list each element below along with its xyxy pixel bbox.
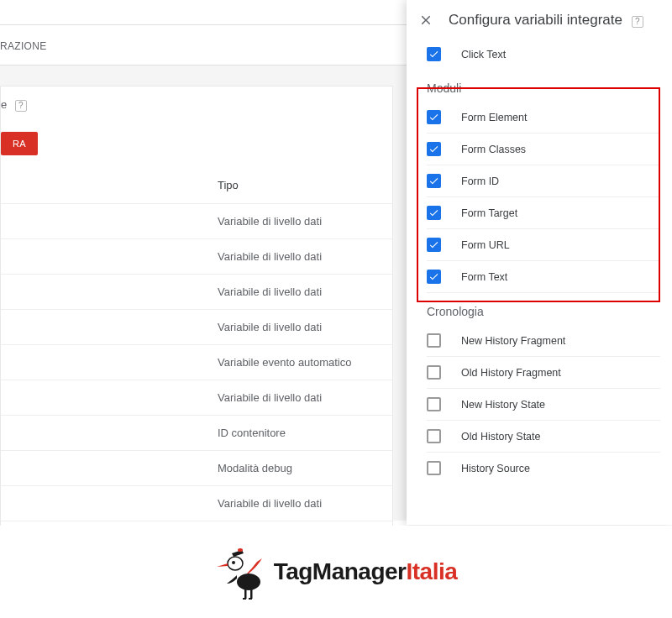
variable-label: Form URL (461, 239, 510, 251)
checkbox[interactable] (427, 47, 441, 61)
variable-item-0-0: Form Element (427, 102, 660, 134)
checkbox[interactable] (427, 461, 441, 475)
checkbox[interactable] (427, 238, 441, 252)
table-row[interactable]: Variabile di livello dati (1, 310, 392, 345)
table-row[interactable]: Modalità debug (1, 451, 392, 486)
nav-tab-fragment: RAZIONE (0, 25, 407, 65)
variable-label: Click Text (461, 49, 506, 60)
checkbox[interactable] (427, 365, 441, 380)
svg-rect-4 (244, 589, 247, 599)
subheader-text: e (1, 98, 7, 111)
variable-item-0-3: Form Target (427, 197, 660, 229)
table-row[interactable]: Variabile di livello dati (1, 275, 392, 310)
panel-header: Configura variabili integrate ? (407, 0, 672, 39)
checkbox[interactable] (427, 110, 441, 124)
tipo-column-header: Tipo (1, 167, 392, 204)
svg-point-1 (228, 557, 243, 570)
variable-item-click-text: Click Text (427, 39, 660, 70)
checkbox[interactable] (427, 397, 441, 411)
table-row[interactable]: Variabile di livello dati (1, 486, 392, 521)
help-icon[interactable]: ? (15, 100, 27, 112)
variable-item-1-3: Old History State (427, 421, 660, 453)
variable-label: Old History State (461, 431, 540, 443)
variable-label: Form ID (461, 175, 499, 187)
variable-label: Form Text (461, 271, 507, 283)
svg-rect-5 (250, 589, 253, 599)
subheader-row: e ? (1, 86, 392, 123)
table-row[interactable]: ID contenitore (1, 416, 392, 451)
checkbox[interactable] (427, 270, 441, 284)
section-title: Moduli (427, 70, 660, 102)
variable-item-1-4: History Source (427, 453, 660, 484)
variable-item-0-2: Form ID (427, 165, 660, 197)
variable-item-0-5: Form Text (427, 261, 660, 293)
table-row[interactable]: Variabile di livello dati (1, 239, 392, 275)
variable-label: Form Element (461, 112, 528, 123)
variable-label: Form Target (461, 207, 517, 219)
configure-button[interactable]: RA (1, 132, 38, 155)
variable-label: Form Classes (461, 144, 526, 155)
svg-point-2 (232, 561, 235, 564)
content-panel: e ? RA Tipo Variabile di livello datiVar… (0, 86, 393, 558)
variable-label: History Source (461, 463, 530, 474)
panel-title: Configura variabili integrate ? (449, 12, 660, 29)
variable-item-1-2: New History State (427, 389, 660, 421)
variable-label: New History State (461, 399, 545, 411)
checkbox[interactable] (427, 206, 441, 220)
variable-item-1-1: Old History Fragment (427, 357, 660, 389)
logo-footer: TagManagerItalia (0, 526, 672, 618)
logo-text: TagManagerItalia (274, 558, 458, 585)
logo-text-part1: TagManager (274, 558, 407, 584)
close-icon[interactable] (418, 13, 433, 28)
variable-item-0-1: Form Classes (427, 134, 660, 165)
checkbox[interactable] (427, 429, 441, 443)
background-main: RAZIONE e ? RA Tipo Variabile di livello… (0, 0, 407, 521)
variable-item-1-0: New History Fragment (427, 325, 660, 357)
top-bar (0, 0, 407, 25)
svg-point-0 (237, 573, 260, 590)
logo: TagManagerItalia (215, 542, 458, 602)
panel-body: Click Text ModuliForm ElementForm Classe… (407, 39, 672, 484)
logo-text-part2: Italia (407, 558, 458, 584)
table-row[interactable]: Variabile evento automatico (1, 345, 392, 380)
variable-label: New History Fragment (461, 335, 565, 347)
button-row: RA (1, 123, 392, 167)
checkbox[interactable] (427, 174, 441, 188)
help-icon[interactable]: ? (632, 16, 643, 28)
checkbox[interactable] (427, 333, 441, 348)
svg-point-3 (238, 548, 243, 552)
section-title: Cronologia (427, 293, 660, 325)
table-row[interactable]: Variabile di livello dati (1, 204, 392, 239)
table-row[interactable]: Variabile di livello dati (1, 380, 392, 416)
panel-title-text: Configura variabili integrate (449, 12, 622, 28)
variable-item-0-4: Form URL (427, 229, 660, 261)
checkbox[interactable] (427, 142, 441, 156)
configure-variables-panel: Configura variabili integrate ? Click Te… (407, 0, 672, 525)
variable-label: Old History Fragment (461, 367, 561, 379)
woodpecker-icon (215, 542, 265, 602)
